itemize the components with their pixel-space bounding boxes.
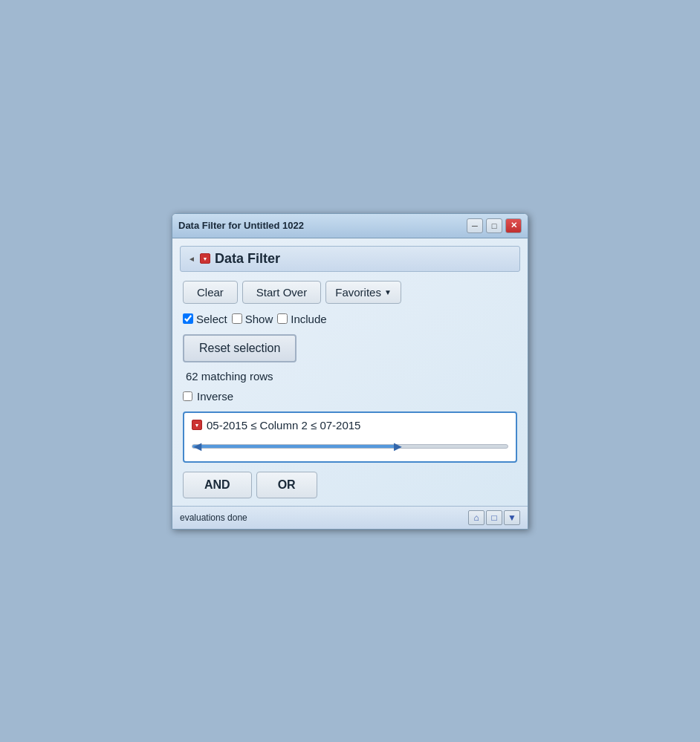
status-text: evaluations done bbox=[180, 512, 247, 523]
data-filter-icon bbox=[200, 253, 210, 264]
section-header: ◄ Data Filter bbox=[180, 246, 520, 272]
slider-track: ◄ ► bbox=[192, 444, 508, 449]
include-checkbox[interactable] bbox=[277, 313, 288, 324]
favorites-button[interactable]: Favorites ▼ bbox=[325, 281, 401, 304]
filter-condition-row: 05-2015 ≤ Column 2 ≤ 07-2015 bbox=[192, 419, 508, 432]
filter-condition-text: 05-2015 ≤ Column 2 ≤ 07-2015 bbox=[207, 419, 360, 432]
reset-selection-button[interactable]: Reset selection bbox=[183, 334, 296, 362]
status-bar: evaluations done ⌂ □ ▼ bbox=[172, 506, 528, 529]
filter-condition-icon bbox=[192, 420, 202, 430]
title-bar: Data Filter for Untitled 1022 ─ □ ✕ bbox=[172, 214, 528, 238]
include-label: Include bbox=[291, 313, 326, 325]
and-button[interactable]: AND bbox=[183, 472, 252, 498]
range-slider[interactable]: ◄ ► bbox=[192, 437, 508, 455]
start-over-button[interactable]: Start Over bbox=[242, 281, 321, 304]
include-checkbox-item: Include bbox=[277, 313, 326, 325]
status-icons: ⌂ □ ▼ bbox=[468, 510, 520, 525]
close-button[interactable]: ✕ bbox=[505, 218, 522, 233]
toolbar-row: Clear Start Over Favorites ▼ bbox=[180, 281, 520, 304]
inverse-checkbox[interactable] bbox=[183, 391, 192, 401]
favorites-label: Favorites bbox=[335, 286, 381, 299]
select-checkbox[interactable] bbox=[183, 313, 193, 324]
select-label: Select bbox=[196, 313, 227, 325]
slider-left-arrow-icon: ◄ bbox=[191, 438, 204, 454]
home-icon-button[interactable]: ⌂ bbox=[468, 510, 485, 525]
maximize-button[interactable]: □ bbox=[486, 218, 502, 233]
select-checkbox-item: Select bbox=[183, 313, 227, 325]
or-button[interactable]: OR bbox=[256, 472, 317, 498]
window-title: Data Filter for Untitled 1022 bbox=[178, 220, 304, 231]
show-checkbox-item: Show bbox=[232, 313, 273, 325]
and-or-row: AND OR bbox=[183, 472, 517, 498]
favorites-dropdown-icon: ▼ bbox=[384, 288, 392, 296]
minimize-button[interactable]: ─ bbox=[467, 218, 483, 233]
filter-condition-box: 05-2015 ≤ Column 2 ≤ 07-2015 ◄ ► bbox=[183, 411, 517, 463]
checkbox-row: Select Show Include bbox=[180, 313, 520, 325]
down-icon-button[interactable]: ▼ bbox=[504, 510, 520, 525]
collapse-arrow-icon[interactable]: ◄ bbox=[188, 255, 195, 263]
slider-right-arrow-icon: ► bbox=[392, 438, 405, 454]
clear-button[interactable]: Clear bbox=[183, 281, 238, 304]
matching-rows-text: 62 matching rows bbox=[180, 370, 520, 383]
section-title: Data Filter bbox=[215, 251, 280, 267]
main-window: Data Filter for Untitled 1022 ─ □ ✕ ◄ Da… bbox=[172, 213, 528, 530]
show-checkbox[interactable] bbox=[232, 313, 242, 324]
box-icon-button[interactable]: □ bbox=[486, 510, 502, 525]
inverse-row: Inverse bbox=[180, 390, 520, 403]
inverse-label: Inverse bbox=[197, 390, 233, 403]
title-bar-controls: ─ □ ✕ bbox=[467, 218, 522, 233]
window-body: ◄ Data Filter Clear Start Over Favorites… bbox=[172, 238, 528, 506]
show-label: Show bbox=[245, 313, 273, 325]
